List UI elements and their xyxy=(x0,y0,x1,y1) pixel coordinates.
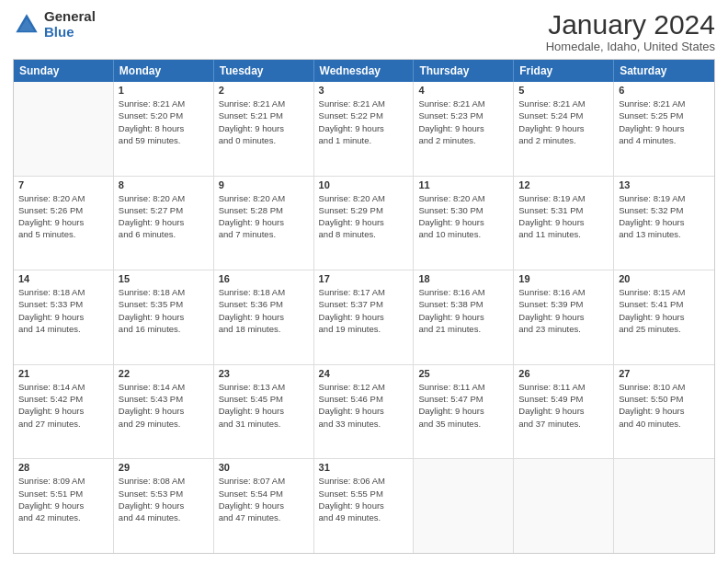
day-number: 11 xyxy=(418,179,508,190)
day-number: 24 xyxy=(319,368,409,379)
day-number: 8 xyxy=(119,179,209,190)
calendar-cell: 17Sunrise: 8:17 AMSunset: 5:37 PMDayligh… xyxy=(314,270,415,364)
cell-line: Sunset: 5:26 PM xyxy=(18,204,108,216)
calendar-cell: 22Sunrise: 8:14 AMSunset: 5:43 PMDayligh… xyxy=(114,365,214,459)
cell-line: Sunrise: 8:18 AM xyxy=(119,286,209,298)
cell-line: Daylight: 9 hours xyxy=(418,122,508,134)
calendar-cell: 8Sunrise: 8:20 AMSunset: 5:27 PMDaylight… xyxy=(114,177,214,270)
cell-line: and 23 minutes. xyxy=(518,323,609,335)
logo-blue-text: Blue xyxy=(44,25,96,40)
cell-line: Sunrise: 8:10 AM xyxy=(619,381,710,393)
cell-line: and 40 minutes. xyxy=(619,418,710,430)
day-number: 2 xyxy=(219,85,309,96)
calendar-cell: 24Sunrise: 8:12 AMSunset: 5:46 PMDayligh… xyxy=(314,365,415,459)
calendar-cell: 15Sunrise: 8:18 AMSunset: 5:35 PMDayligh… xyxy=(114,270,214,364)
cell-line: Sunset: 5:50 PM xyxy=(619,393,710,405)
day-number: 21 xyxy=(18,368,108,379)
cell-line: and 29 minutes. xyxy=(119,418,209,430)
cell-line: and 16 minutes. xyxy=(119,323,209,335)
day-number: 28 xyxy=(18,462,108,473)
cell-line: Sunrise: 8:19 AM xyxy=(619,192,710,204)
cell-line: Sunrise: 8:14 AM xyxy=(119,381,209,393)
cell-line: Daylight: 9 hours xyxy=(18,216,108,228)
cell-line: Sunrise: 8:20 AM xyxy=(319,192,409,204)
calendar-cell: 29Sunrise: 8:08 AMSunset: 5:53 PMDayligh… xyxy=(114,459,214,553)
cell-line: Daylight: 9 hours xyxy=(619,122,710,134)
day-number: 18 xyxy=(418,273,508,284)
cell-line: Sunrise: 8:21 AM xyxy=(319,98,409,109)
location: Homedale, Idaho, United States xyxy=(546,40,715,53)
calendar-cell: 18Sunrise: 8:16 AMSunset: 5:38 PMDayligh… xyxy=(414,270,514,364)
month-title: January 2024 xyxy=(546,9,715,40)
calendar-cell: 13Sunrise: 8:19 AMSunset: 5:32 PMDayligh… xyxy=(614,177,714,270)
cell-line: and 0 minutes. xyxy=(219,134,309,146)
cell-line: and 44 minutes. xyxy=(119,511,209,523)
calendar-cell: 2Sunrise: 8:21 AMSunset: 5:21 PMDaylight… xyxy=(214,82,314,176)
cell-line: Sunset: 5:21 PM xyxy=(219,109,309,121)
calendar-cell: 3Sunrise: 8:21 AMSunset: 5:22 PMDaylight… xyxy=(314,82,415,176)
day-number: 9 xyxy=(219,179,309,190)
cell-line: Daylight: 9 hours xyxy=(418,405,508,417)
cell-line: Daylight: 9 hours xyxy=(18,500,108,511)
cell-line: Sunset: 5:47 PM xyxy=(418,393,508,405)
cell-line: Sunset: 5:25 PM xyxy=(619,109,710,121)
cell-line: Sunrise: 8:18 AM xyxy=(18,286,108,298)
calendar-cell: 6Sunrise: 8:21 AMSunset: 5:25 PMDaylight… xyxy=(614,82,714,176)
title-block: January 2024 Homedale, Idaho, United Sta… xyxy=(546,9,715,53)
cell-line: and 27 minutes. xyxy=(18,418,108,430)
calendar-cell: 19Sunrise: 8:16 AMSunset: 5:39 PMDayligh… xyxy=(514,270,614,364)
cell-line: Sunrise: 8:16 AM xyxy=(518,286,609,298)
day-number: 12 xyxy=(518,179,609,190)
day-number: 13 xyxy=(619,179,710,190)
cell-line: Daylight: 9 hours xyxy=(119,311,209,323)
calendar-cell xyxy=(614,459,714,553)
calendar-cell: 12Sunrise: 8:19 AMSunset: 5:31 PMDayligh… xyxy=(514,177,614,270)
day-number: 19 xyxy=(518,273,609,284)
day-number: 30 xyxy=(219,462,309,473)
weekday-header: Friday xyxy=(514,60,614,82)
weekday-header: Wednesday xyxy=(314,60,415,82)
day-number: 10 xyxy=(319,179,409,190)
cell-line: Daylight: 9 hours xyxy=(219,500,309,511)
cell-line: Sunset: 5:42 PM xyxy=(18,393,108,405)
cell-line: Sunrise: 8:21 AM xyxy=(219,98,309,109)
cell-line: Daylight: 9 hours xyxy=(418,216,508,228)
cell-line: Sunrise: 8:09 AM xyxy=(18,475,108,487)
calendar-cell: 25Sunrise: 8:11 AMSunset: 5:47 PMDayligh… xyxy=(414,365,514,459)
cell-line: and 7 minutes. xyxy=(219,228,309,240)
cell-line: and 42 minutes. xyxy=(18,511,108,523)
cell-line: Sunrise: 8:14 AM xyxy=(18,381,108,393)
cell-line: Sunset: 5:54 PM xyxy=(219,488,309,500)
cell-line: Sunset: 5:27 PM xyxy=(119,204,209,216)
calendar-row: 1Sunrise: 8:21 AMSunset: 5:20 PMDaylight… xyxy=(14,82,714,177)
cell-line: and 25 minutes. xyxy=(619,323,710,335)
calendar-row: 28Sunrise: 8:09 AMSunset: 5:51 PMDayligh… xyxy=(14,459,714,553)
day-number: 16 xyxy=(219,273,309,284)
day-number: 4 xyxy=(418,85,508,96)
cell-line: Daylight: 9 hours xyxy=(319,216,409,228)
cell-line: Sunrise: 8:19 AM xyxy=(518,192,609,204)
cell-line: and 10 minutes. xyxy=(418,228,508,240)
cell-line: Sunrise: 8:16 AM xyxy=(418,286,508,298)
day-number: 23 xyxy=(219,368,309,379)
cell-line: Sunset: 5:23 PM xyxy=(418,109,508,121)
logo-text: General Blue xyxy=(44,9,96,40)
cell-line: Daylight: 9 hours xyxy=(219,122,309,134)
weekday-header: Saturday xyxy=(614,60,714,82)
day-number: 17 xyxy=(319,273,409,284)
cell-line: Daylight: 9 hours xyxy=(319,500,409,511)
cell-line: Daylight: 9 hours xyxy=(119,500,209,511)
cell-line: Sunset: 5:35 PM xyxy=(119,298,209,310)
calendar-cell: 30Sunrise: 8:07 AMSunset: 5:54 PMDayligh… xyxy=(214,459,314,553)
cell-line: and 5 minutes. xyxy=(18,228,108,240)
cell-line: and 49 minutes. xyxy=(319,511,409,523)
cell-line: and 2 minutes. xyxy=(518,134,609,146)
cell-line: Sunrise: 8:18 AM xyxy=(219,286,309,298)
logo-icon xyxy=(13,11,40,39)
day-number: 14 xyxy=(18,273,108,284)
cell-line: Daylight: 9 hours xyxy=(18,311,108,323)
cell-line: Daylight: 9 hours xyxy=(18,405,108,417)
cell-line: and 1 minute. xyxy=(319,134,409,146)
cell-line: Sunrise: 8:07 AM xyxy=(219,475,309,487)
weekday-header: Thursday xyxy=(414,60,514,82)
